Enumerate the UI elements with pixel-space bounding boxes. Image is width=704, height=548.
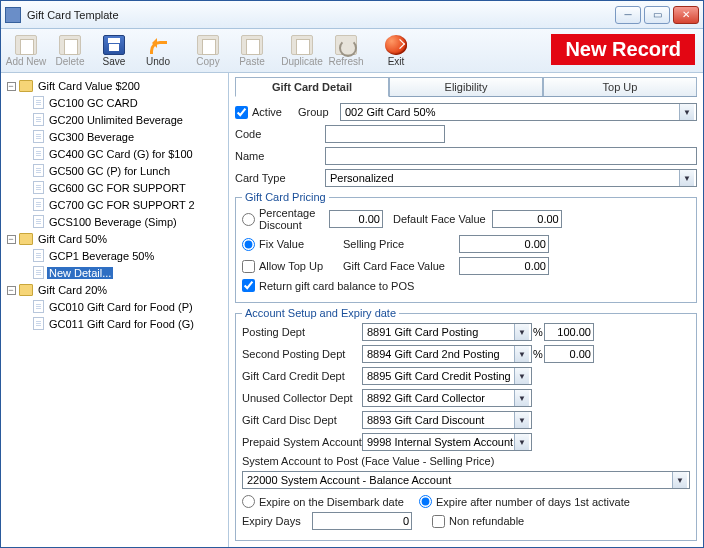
percentage-radio[interactable] (242, 213, 255, 226)
allow-topup-checkbox[interactable] (242, 260, 255, 273)
tab-eligibility[interactable]: Eligibility (389, 77, 543, 96)
minimize-button[interactable]: ─ (615, 6, 641, 24)
account-group: Account Setup and Expiry date Posting De… (235, 307, 697, 541)
expire-days-radio[interactable] (419, 495, 432, 508)
group-combo[interactable]: 002 Gift Card 50%▼ (340, 103, 697, 121)
titlebar: Gift Card Template ─ ▭ ✕ (1, 1, 703, 29)
document-icon (33, 198, 44, 211)
name-input[interactable] (325, 147, 697, 165)
window-title: Gift Card Template (27, 9, 615, 21)
exit-icon (385, 35, 407, 55)
tree-item[interactable]: GC700 GC FOR SUPPORT 2 (3, 196, 226, 213)
posting-pct-input[interactable] (544, 323, 594, 341)
copy-button[interactable]: Copy (187, 31, 229, 71)
account-legend: Account Setup and Expiry date (242, 307, 399, 319)
tree-item[interactable]: GC300 Beverage (3, 128, 226, 145)
non-refundable-checkbox[interactable] (432, 515, 445, 528)
exit-button[interactable]: Exit (375, 31, 417, 71)
delete-icon (59, 35, 81, 55)
tab-giftcard-detail[interactable]: Gift Card Detail (235, 77, 389, 97)
chevron-down-icon: ▼ (514, 390, 529, 406)
document-icon (33, 266, 44, 279)
tab-strip: Gift Card Detail Eligibility Top Up (235, 77, 697, 97)
unused-dept-combo[interactable]: 8892 Gift Card Collector▼ (362, 389, 532, 407)
close-button[interactable]: ✕ (673, 6, 699, 24)
tree-item[interactable]: GC011 Gift Card for Food (G) (3, 315, 226, 332)
collapse-icon[interactable]: − (7, 286, 16, 295)
document-icon (33, 215, 44, 228)
pricing-legend: Gift Card Pricing (242, 191, 329, 203)
percentage-input[interactable] (329, 210, 383, 228)
tree-item[interactable]: GC400 GC Card (G) for $100 (3, 145, 226, 162)
system-account-combo[interactable]: 22000 System Account - Balance Account▼ (242, 471, 690, 489)
maximize-button[interactable]: ▭ (644, 6, 670, 24)
cardtype-label: Card Type (235, 172, 325, 184)
second-posting-combo[interactable]: 8894 Gift Card 2nd Posting▼ (362, 345, 532, 363)
code-label: Code (235, 128, 325, 140)
collapse-icon[interactable]: − (7, 82, 16, 91)
tree-item[interactable]: GC100 GC CARD (3, 94, 226, 111)
pricing-group: Gift Card Pricing Percentage Discount De… (235, 191, 697, 303)
disc-dept-combo[interactable]: 8893 Gift Card Discount▼ (362, 411, 532, 429)
tree-item[interactable]: GCS100 Beverage (Simp) (3, 213, 226, 230)
chevron-down-icon: ▼ (679, 104, 694, 120)
expire-disembark-radio[interactable] (242, 495, 255, 508)
chevron-down-icon: ▼ (679, 170, 694, 186)
cardtype-combo[interactable]: Personalized▼ (325, 169, 697, 187)
document-icon (33, 317, 44, 330)
prepaid-account-combo[interactable]: 9998 Internal System Account▼ (362, 433, 532, 451)
active-label: Active (252, 106, 298, 118)
toolbar: Add New Delete Save Undo Copy Paste Dupl… (1, 29, 703, 73)
new-record-badge: New Record (551, 34, 695, 65)
undo-button[interactable]: Undo (137, 31, 179, 71)
tree-folder[interactable]: −Gift Card Value $200 (3, 77, 226, 94)
expiry-days-input[interactable] (312, 512, 412, 530)
document-icon (33, 181, 44, 194)
duplicate-icon (291, 35, 313, 55)
tree-panel[interactable]: −Gift Card Value $200 GC100 GC CARDGC200… (1, 73, 229, 547)
delete-button[interactable]: Delete (49, 31, 91, 71)
folder-icon (19, 80, 33, 92)
tree-item[interactable]: GC600 GC FOR SUPPORT (3, 179, 226, 196)
duplicate-button[interactable]: Duplicate (281, 31, 323, 71)
copy-icon (197, 35, 219, 55)
save-icon (103, 35, 125, 55)
credit-dept-combo[interactable]: 8895 Gift Card Credit Posting▼ (362, 367, 532, 385)
tree-folder[interactable]: −Gift Card 50% (3, 230, 226, 247)
return-balance-checkbox[interactable] (242, 279, 255, 292)
app-window: Gift Card Template ─ ▭ ✕ Add New Delete … (0, 0, 704, 548)
refresh-button[interactable]: Refresh (325, 31, 367, 71)
document-icon (33, 249, 44, 262)
document-icon (33, 113, 44, 126)
chevron-down-icon: ▼ (514, 346, 529, 362)
chevron-down-icon: ▼ (514, 434, 529, 450)
posting-dept-combo[interactable]: 8891 Gift Card Posting▼ (362, 323, 532, 341)
detail-pane: Gift Card Detail Eligibility Top Up Acti… (229, 73, 703, 547)
tab-topup[interactable]: Top Up (543, 77, 697, 96)
fixvalue-radio[interactable] (242, 238, 255, 251)
folder-icon (19, 233, 33, 245)
selling-price-input[interactable] (459, 235, 549, 253)
tree-item[interactable]: GCP1 Beverage 50% (3, 247, 226, 264)
code-input[interactable] (325, 125, 445, 143)
tree-folder[interactable]: −Gift Card 20% (3, 281, 226, 298)
second-pct-input[interactable] (544, 345, 594, 363)
save-button[interactable]: Save (93, 31, 135, 71)
document-icon (33, 164, 44, 177)
tree-item[interactable]: GC200 Unlimited Beverage (3, 111, 226, 128)
addnew-icon (15, 35, 37, 55)
active-checkbox[interactable] (235, 106, 248, 119)
default-face-input[interactable] (492, 210, 562, 228)
tree-item[interactable]: New Detail... (3, 264, 226, 281)
document-icon (33, 130, 44, 143)
chevron-down-icon: ▼ (514, 324, 529, 340)
tree-item[interactable]: GC500 GC (P) for Lunch (3, 162, 226, 179)
tree-item[interactable]: GC010 Gift Card for Food (P) (3, 298, 226, 315)
name-label: Name (235, 150, 325, 162)
addnew-button[interactable]: Add New (5, 31, 47, 71)
chevron-down-icon: ▼ (514, 368, 529, 384)
face-value-input[interactable] (459, 257, 549, 275)
collapse-icon[interactable]: − (7, 235, 16, 244)
refresh-icon (335, 35, 357, 55)
paste-button[interactable]: Paste (231, 31, 273, 71)
